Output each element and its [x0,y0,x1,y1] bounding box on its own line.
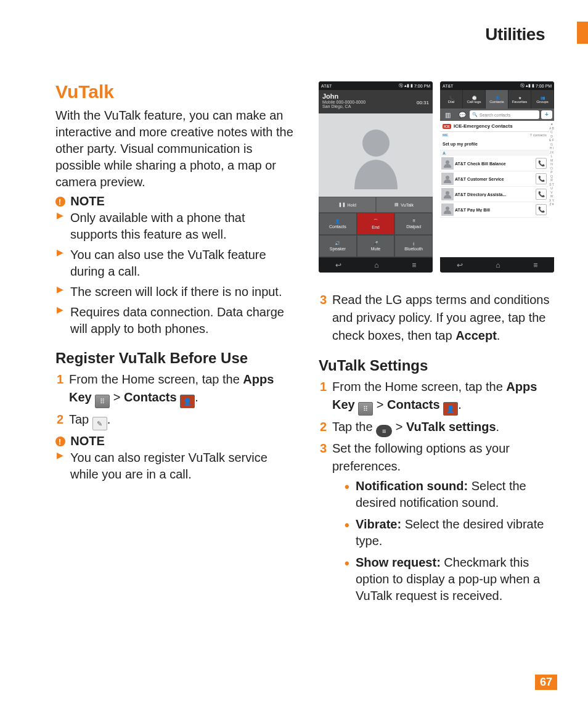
bullet-item: Vibrate: Select the desired vibrate type… [345,516,557,549]
subheading-register: Register VuTalk Before Use [55,350,294,367]
mic-off-icon: 🎤 [373,241,378,246]
clock-label: 7:00 PM [414,84,430,88]
battery-icon: ▮ [532,83,534,88]
avatar-icon [441,203,454,216]
clock-label: 7:00 PM [536,84,552,88]
step-item: Tap ✎. [55,411,294,430]
avatar-icon [441,157,454,170]
battery-icon: ▮ [410,83,413,88]
search-input[interactable]: 🔍 Search contacts [470,110,539,119]
nfc-icon: Ⓝ [399,83,403,89]
person-icon: 👤 [335,219,340,224]
nfc-icon: Ⓝ [520,83,525,89]
alpha-scroll[interactable]: ★ A B C D E F G H I J K L M N O P Q R S … [549,121,554,257]
continued-steps: Read the LG apps terms and conditions an… [319,291,557,345]
carrier-label: AT&T [321,84,332,88]
svg-point-1 [446,160,449,164]
home-icon[interactable]: ⌂ [496,261,500,269]
note-label: !NOTE [55,194,294,208]
contact-row[interactable]: AT&T Customer Service 📞 [440,171,549,187]
figure-phone-in-call: AT&T Ⓝ▴▮▮7:00 PM John Mobile 000-0000-00… [319,81,433,273]
dialpad-icon: ⠿ [412,219,415,224]
section-title: VuTalk [55,81,294,102]
right-column: AT&T Ⓝ▴▮▮7:00 PM John Mobile 000-0000-00… [319,81,557,609]
tab-dial[interactable]: 📞Dial [440,90,463,109]
note-icon: ▤ [394,202,399,207]
ice-row[interactable]: ICE ICE-Emergency Contacts [440,121,549,132]
contact-row[interactable]: AT&T Pay My Bill 📞 [440,202,549,218]
mute-button[interactable]: 🎤Mute [357,235,395,257]
tab-call-logs[interactable]: 🕓Call logs [463,90,486,109]
note-list: You can also register VuTalk service whi… [55,449,294,483]
contact-row[interactable]: AT&T Check Bill Balance 📞 [440,156,549,171]
step-item: Read the LG apps terms and conditions an… [319,291,557,345]
hold-button[interactable]: ❚❚Hold [319,197,376,213]
back-icon[interactable]: ↩ [457,261,463,269]
bluetooth-icon: ᚼ [412,242,415,246]
hangup-icon: ⌒ [374,218,378,224]
chat-icon[interactable]: 💬 [455,112,470,118]
call-icon[interactable]: 📞 [536,173,547,184]
menu-key-icon: ≡ [376,425,392,437]
back-icon[interactable]: ↩ [335,261,341,269]
note-item: You can also register VuTalk service whi… [55,449,294,483]
vutalk-button[interactable]: ▤VuTalk [376,197,433,213]
contact-row[interactable]: AT&T Directory Assista... 📞 [440,187,549,202]
speaker-icon: 🔊 [335,241,340,246]
search-icon: 🔍 [472,112,478,117]
figure-phone-contacts: AT&T Ⓝ▴▮▮7:00 PM 📞Dial 🕓Call logs 👤Conta… [440,81,554,273]
tab-favorites[interactable]: ★Favorites [508,90,531,109]
pencil-icon: ✎ [92,417,107,430]
signal-icon: ▴▮ [404,83,409,88]
call-icon[interactable]: 📞 [536,189,547,200]
home-icon[interactable]: ⌂ [374,261,378,269]
call-timer: 00:31 [417,100,429,105]
contacts-icon: 👤 [443,402,458,416]
signal-icon: ▴▮ [526,83,531,88]
menu-icon[interactable]: ≡ [533,261,537,269]
history-icon[interactable]: ▥ [440,112,455,118]
end-call-button[interactable]: ⌒End [357,213,395,235]
menu-icon[interactable]: ≡ [412,261,416,269]
tab-groups[interactable]: 👥Groups [531,90,554,109]
svg-point-0 [362,129,390,157]
caller-number: Mobile 000-0000-0000 [322,100,429,104]
tab-contacts[interactable]: 👤Contacts [486,90,508,109]
note-label: !NOTE [55,434,294,448]
speaker-button[interactable]: 🔊Speaker [319,235,357,257]
left-column: VuTalk With the VuTalk feature, you can … [55,81,294,609]
step-item: From the Home screen, tap the Apps Key ⠿… [55,371,294,408]
setup-profile[interactable]: Set up my profile [440,138,549,150]
intro-text: With the VuTalk feature, you can make an… [55,107,294,191]
note-item: The screen will lock if there is no inpu… [55,284,294,300]
note-list: Only available with a phone that support… [55,210,294,337]
settings-steps: From the Home screen, tap the Apps Key ⠿… [319,378,557,604]
avatar-icon [441,173,454,185]
apps-key-icon: ⠿ [95,395,110,408]
dialpad-button[interactable]: ⠿Dialpad [394,213,433,235]
avatar-silhouette-icon [348,121,404,189]
step-item: Tap the ≡ > VuTalk settings. [319,418,557,437]
subheading-settings: VuTalk Settings [319,357,557,374]
note-item: Only available with a phone that support… [55,210,294,243]
bullet-item: Notification sound: Select the desired n… [345,478,557,511]
caller-location: San Diego, CA [322,104,429,109]
bluetooth-button[interactable]: ᚼBluetooth [394,235,433,257]
contacts-button[interactable]: 👤Contacts [319,213,357,235]
add-contact-button[interactable]: + [541,110,552,119]
pause-icon: ❚❚ [338,202,346,207]
svg-point-4 [446,207,449,210]
apps-key-icon: ⠿ [358,402,373,416]
page-number: 67 [535,675,557,690]
register-steps: From the Home screen, tap the Apps Key ⠿… [55,371,294,430]
svg-point-2 [446,176,449,179]
ice-badge-icon: ICE [443,124,451,129]
svg-point-3 [446,191,449,195]
call-icon[interactable]: 📞 [536,204,547,215]
call-icon[interactable]: 📞 [536,158,547,169]
search-placeholder: Search contacts [480,113,510,117]
header-accent [577,22,588,44]
avatar-icon [441,188,454,200]
note-item: You can also use the VuTalk feature duri… [55,247,294,280]
note-item: Requires data connection. Data charge wi… [55,304,294,337]
